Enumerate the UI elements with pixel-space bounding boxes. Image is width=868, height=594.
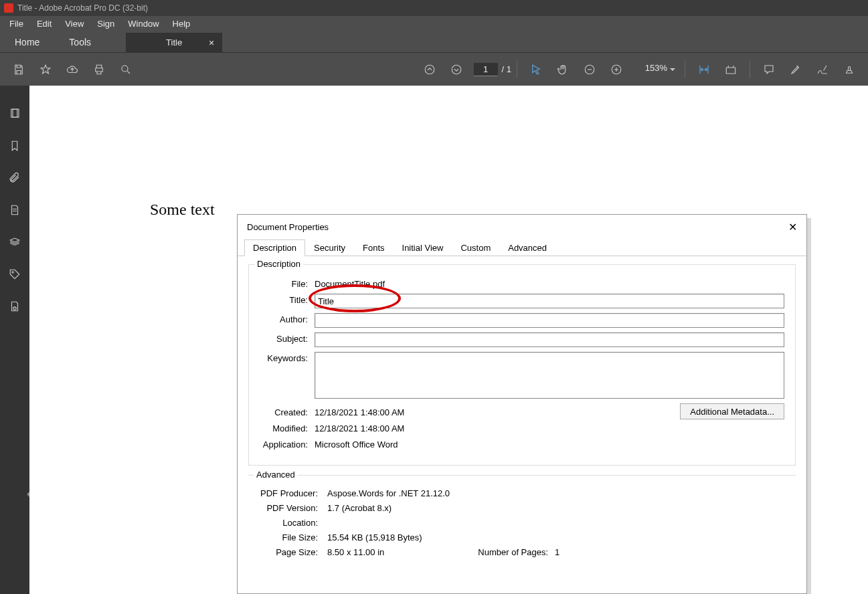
dialog-titlebar: Document Properties ✕ bbox=[238, 215, 806, 239]
bookmark-icon[interactable] bbox=[5, 136, 25, 156]
menu-sign[interactable]: Sign bbox=[90, 17, 121, 30]
subject-input[interactable] bbox=[315, 332, 784, 347]
file-value: DocumentTitle.pdf bbox=[315, 278, 784, 289]
menu-bar: File Edit View Sign Window Help bbox=[0, 16, 868, 31]
document-properties-dialog: Document Properties ✕ Description Securi… bbox=[237, 214, 807, 594]
hand-tool-icon[interactable] bbox=[551, 58, 574, 81]
file-label: File: bbox=[260, 278, 315, 289]
tab-document-label: Title bbox=[166, 37, 182, 47]
main-toolbar: / 1 153% bbox=[0, 52, 868, 86]
tab-advanced[interactable]: Advanced bbox=[499, 239, 555, 256]
filesize-value: 15.54 KB (15,918 Bytes) bbox=[327, 532, 422, 542]
numpages-label: Number of Pages: bbox=[478, 547, 548, 557]
title-label: Title: bbox=[260, 294, 315, 305]
created-value: 12/18/2021 1:48:00 AM bbox=[315, 406, 784, 417]
tab-security[interactable]: Security bbox=[305, 239, 354, 256]
comment-icon[interactable] bbox=[758, 58, 780, 81]
dropdown-caret-icon bbox=[670, 68, 675, 71]
menu-file[interactable]: File bbox=[3, 17, 30, 30]
tab-tools[interactable]: Tools bbox=[54, 32, 106, 52]
tab-close-icon[interactable]: × bbox=[209, 37, 214, 48]
menu-edit[interactable]: Edit bbox=[30, 17, 58, 30]
dialog-title: Document Properties bbox=[247, 222, 329, 232]
layers-icon[interactable] bbox=[5, 232, 25, 252]
document-tabs: Home Tools Title × bbox=[0, 31, 868, 52]
version-value: 1.7 (Acrobat 8.x) bbox=[327, 503, 392, 513]
print-icon[interactable] bbox=[88, 58, 110, 81]
producer-value: Aspose.Words for .NET 21.12.0 bbox=[327, 488, 450, 498]
save-icon[interactable] bbox=[7, 58, 30, 81]
tag-icon[interactable] bbox=[5, 264, 25, 284]
select-tool-icon[interactable] bbox=[525, 58, 547, 81]
window-title: Title - Adobe Acrobat Pro DC (32-bit) bbox=[17, 3, 148, 13]
page-icon[interactable] bbox=[5, 200, 25, 220]
subject-label: Subject: bbox=[260, 332, 315, 344]
tab-initial-view[interactable]: Initial View bbox=[394, 239, 452, 256]
dialog-body: Description File: DocumentTitle.pdf Titl… bbox=[238, 256, 806, 575]
page-navigation: / 1 bbox=[470, 63, 511, 76]
window-titlebar: Title - Adobe Acrobat Pro DC (32-bit) bbox=[0, 0, 868, 16]
thumbnails-icon[interactable] bbox=[5, 104, 25, 124]
sign-icon[interactable] bbox=[811, 58, 834, 81]
tab-custom[interactable]: Custom bbox=[452, 239, 499, 256]
menu-help[interactable]: Help bbox=[166, 17, 197, 30]
title-input[interactable] bbox=[315, 294, 784, 308]
advanced-group: Advanced PDF Producer: Aspose.Words for … bbox=[248, 475, 796, 557]
zoom-out-icon[interactable] bbox=[578, 58, 601, 81]
filesize-label: File Size: bbox=[259, 532, 327, 542]
zoom-selector[interactable]: 153% bbox=[634, 63, 675, 76]
menu-view[interactable]: View bbox=[58, 17, 90, 30]
stamp-icon[interactable] bbox=[838, 58, 861, 81]
page-down-icon[interactable] bbox=[445, 58, 468, 81]
tab-fonts[interactable]: Fonts bbox=[354, 239, 394, 256]
dialog-tabs: Description Security Fonts Initial View … bbox=[238, 239, 806, 256]
svg-point-0 bbox=[122, 66, 128, 72]
created-label: Created: bbox=[260, 406, 315, 417]
author-input[interactable] bbox=[315, 313, 784, 328]
svg-rect-5 bbox=[11, 109, 17, 117]
attachment-icon[interactable] bbox=[5, 168, 25, 188]
tab-document[interactable]: Title × bbox=[126, 33, 222, 52]
page-total: / 1 bbox=[502, 64, 511, 74]
cloud-upload-icon[interactable] bbox=[61, 58, 84, 81]
navigation-rail bbox=[0, 86, 29, 594]
advanced-legend: Advanced bbox=[254, 470, 298, 480]
pagesize-value: 8.50 x 11.00 in bbox=[327, 547, 384, 557]
description-legend: Description bbox=[254, 259, 303, 269]
modified-label: Modified: bbox=[260, 422, 315, 433]
info-icon[interactable] bbox=[5, 296, 25, 316]
zoom-in-icon[interactable] bbox=[605, 58, 628, 81]
application-label: Application: bbox=[260, 438, 315, 450]
page-number-input[interactable] bbox=[474, 63, 498, 76]
keywords-input[interactable] bbox=[315, 352, 784, 399]
keywords-label: Keywords: bbox=[260, 352, 315, 363]
close-icon[interactable]: ✕ bbox=[788, 221, 797, 233]
application-value: Microsoft Office Word bbox=[315, 438, 784, 450]
highlight-icon[interactable] bbox=[784, 58, 807, 81]
star-icon[interactable] bbox=[34, 58, 57, 81]
svg-rect-6 bbox=[13, 109, 19, 117]
tab-home[interactable]: Home bbox=[0, 32, 54, 52]
fit-width-icon[interactable] bbox=[693, 58, 715, 81]
modified-value: 12/18/2021 1:48:00 AM bbox=[315, 422, 784, 433]
author-label: Author: bbox=[260, 313, 315, 324]
page-up-icon[interactable] bbox=[418, 58, 441, 81]
description-group: Description File: DocumentTitle.pdf Titl… bbox=[248, 264, 796, 466]
document-body-text: Some text bbox=[150, 201, 215, 219]
search-icon[interactable] bbox=[114, 58, 137, 81]
svg-point-1 bbox=[425, 65, 434, 74]
numpages-value: 1 bbox=[555, 547, 559, 557]
producer-label: PDF Producer: bbox=[259, 488, 327, 498]
acrobat-icon bbox=[4, 3, 13, 13]
svg-point-7 bbox=[12, 272, 13, 273]
menu-window[interactable]: Window bbox=[121, 17, 165, 30]
location-label: Location: bbox=[259, 518, 327, 528]
zoom-value: 153% bbox=[634, 63, 667, 76]
pagesize-label: Page Size: bbox=[259, 547, 327, 557]
version-label: PDF Version: bbox=[259, 503, 327, 513]
tab-description[interactable]: Description bbox=[244, 239, 305, 256]
fit-page-icon[interactable] bbox=[719, 58, 742, 81]
svg-point-2 bbox=[452, 65, 461, 74]
